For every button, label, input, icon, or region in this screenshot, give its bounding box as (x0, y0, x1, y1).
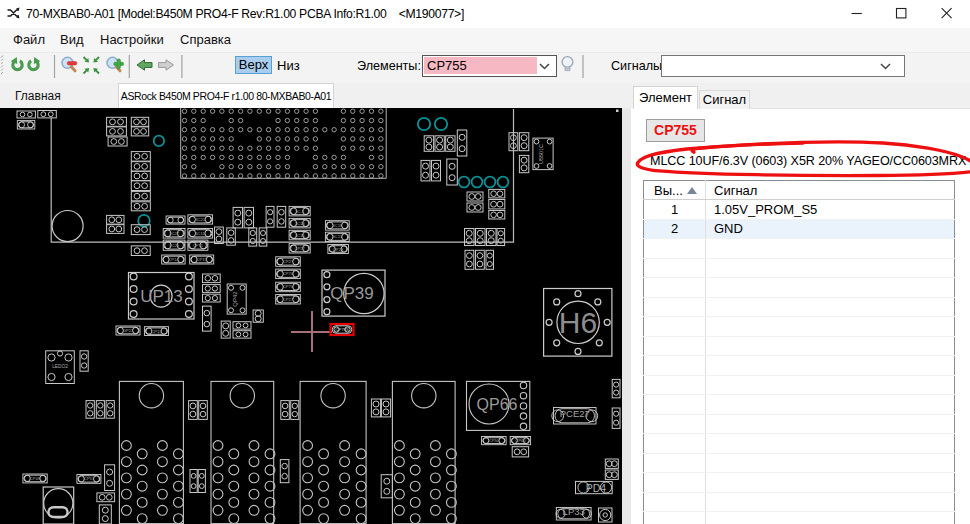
svg-text:CP10: CP10 (151, 329, 162, 334)
svg-text:CP50: CP50 (489, 438, 500, 443)
svg-text:3C16: 3C16 (295, 233, 306, 238)
svg-text:CP60: CP60 (515, 438, 526, 443)
svg-text:CP27: CP27 (283, 259, 294, 264)
svg-text:3C27: 3C27 (169, 231, 180, 236)
svg-text:CP755: CP755 (335, 327, 349, 332)
svg-text:QP39: QP39 (330, 284, 373, 303)
svg-text:3C18: 3C18 (332, 223, 343, 228)
svg-text:3C15: 3C15 (195, 231, 206, 236)
svg-text:LEDO2: LEDO2 (52, 364, 68, 369)
svg-text:CP15: CP15 (196, 257, 207, 262)
svg-text:3C13: 3C13 (332, 234, 343, 239)
svg-text:GP21: GP21 (123, 328, 134, 333)
svg-text:CP70: CP70 (283, 271, 294, 276)
svg-text:H6: H6 (559, 306, 597, 339)
svg-text:CP23: CP23 (333, 247, 344, 252)
svg-text:3C21: 3C21 (195, 217, 206, 222)
svg-text:CP27: CP27 (294, 246, 305, 251)
svg-text:CP27: CP27 (283, 297, 294, 302)
svg-text:CP48: CP48 (30, 476, 41, 481)
svg-text:CP11: CP11 (193, 243, 204, 248)
svg-text:CP70: CP70 (283, 284, 294, 289)
svg-text:PCE27: PCE27 (560, 408, 590, 419)
svg-text:3C-1: 3C-1 (295, 209, 305, 214)
svg-text:CP14: CP14 (168, 257, 179, 262)
svg-text:QP42: QP42 (232, 291, 238, 307)
svg-text:U5501C: U5501C (538, 144, 544, 164)
svg-text:QP66: QP66 (477, 396, 518, 413)
svg-text:LP33: LP33 (563, 506, 585, 517)
svg-text:UP13: UP13 (140, 287, 183, 306)
svg-text:PD4: PD4 (586, 482, 607, 494)
svg-text:3C25: 3C25 (169, 243, 180, 248)
svg-text:3C13: 3C13 (295, 221, 306, 226)
svg-text:CP57: CP57 (84, 476, 95, 481)
